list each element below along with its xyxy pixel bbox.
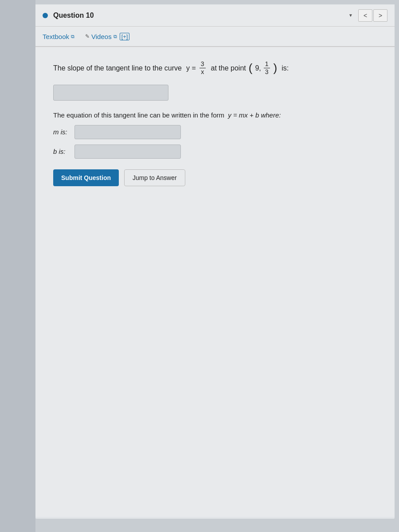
textbook-ext-icon: ⧉ <box>71 34 74 39</box>
top-bar: Question 10 ▼ < > <box>35 4 395 27</box>
videos-ext-icon: ⧉ <box>113 34 117 39</box>
point-frac-den: 3 <box>264 68 270 76</box>
content-area: The slope of the tangent line to the cur… <box>35 47 395 517</box>
point-frac-num: 1 <box>264 60 270 68</box>
m-field-row: m is: <box>53 125 377 139</box>
y-equals: y = <box>186 63 196 74</box>
b-input[interactable] <box>74 145 181 159</box>
slope-input[interactable] <box>53 85 168 101</box>
fraction: 3 x <box>200 60 206 76</box>
is-label: is: <box>282 63 289 74</box>
form-text: y = mx + b where: <box>228 111 281 119</box>
prev-button[interactable]: < <box>358 9 372 22</box>
fraction-numerator: 3 <box>200 60 206 68</box>
videos-tab[interactable]: ✎ Videos ⧉ [+] <box>85 33 129 44</box>
tabs-bar: Textbook ⧉ ✎ Videos ⧉ [+] <box>35 27 395 47</box>
left-gutter <box>0 0 35 532</box>
close-paren: ) <box>274 62 278 74</box>
right-content: Question 10 ▼ < > Textbook ⧉ ✎ Videos ⧉ … <box>35 0 399 532</box>
videos-label: Videos <box>91 33 112 40</box>
textbook-tab[interactable]: Textbook ⧉ <box>43 33 74 44</box>
point-fraction: 1 3 <box>264 60 270 76</box>
question-intro: The slope of the tangent line to the cur… <box>53 63 182 74</box>
submit-button[interactable]: Submit Question <box>53 169 119 186</box>
b-field-row: b is: <box>53 145 377 159</box>
next-button[interactable]: > <box>373 9 387 22</box>
buttons-row: Submit Question Jump to Answer <box>53 169 377 186</box>
inner-card: Question 10 ▼ < > Textbook ⧉ ✎ Videos ⧉ … <box>35 4 395 519</box>
jump-to-answer-button[interactable]: Jump to Answer <box>124 169 185 186</box>
videos-icon: ✎ <box>85 33 90 39</box>
m-input[interactable] <box>74 125 181 139</box>
m-label: m is: <box>53 128 71 136</box>
question-label: Question 10 <box>53 12 343 20</box>
point-coords: 9, 1 3 <box>255 60 270 76</box>
equation-intro: The equation of this tangent line can be… <box>53 111 224 119</box>
question-text: The slope of the tangent line to the cur… <box>53 60 377 76</box>
equation-text-line1: The equation of this tangent line can be… <box>53 111 377 119</box>
fraction-denominator: x <box>200 68 205 76</box>
nav-buttons: < > <box>358 9 387 22</box>
b-label: b is: <box>53 148 71 155</box>
open-paren: ( <box>249 62 253 74</box>
dropdown-arrow[interactable]: ▼ <box>348 13 353 18</box>
plus-badge[interactable]: [+] <box>120 33 130 40</box>
at-point: at the point <box>211 63 246 74</box>
point-x: 9, <box>255 63 261 74</box>
textbook-label: Textbook <box>43 33 69 40</box>
question-dot <box>43 13 48 18</box>
